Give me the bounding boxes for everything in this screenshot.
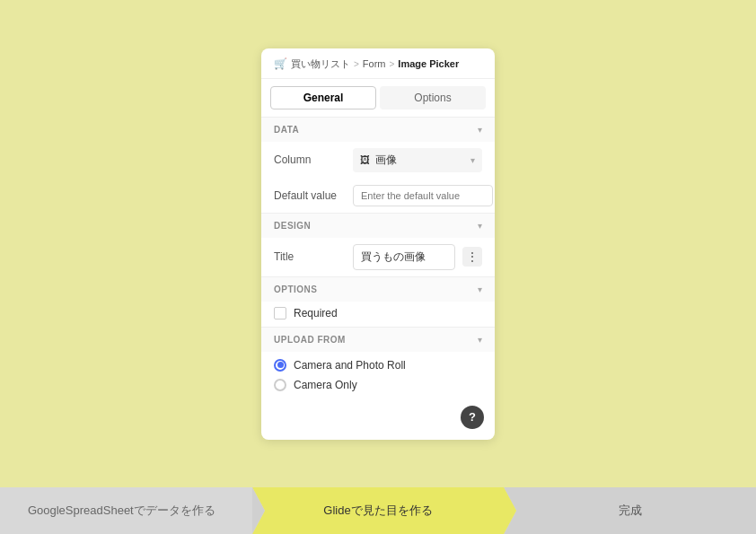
cart-icon: 🛒	[274, 57, 287, 70]
main-content: 🛒 買い物リスト > Form > Image Picker General O…	[0, 0, 756, 487]
required-field-row: Required	[261, 302, 495, 327]
breadcrumb: 🛒 買い物リスト > Form > Image Picker	[261, 48, 495, 79]
options-chevron-icon: ▾	[478, 285, 482, 294]
image-icon: 🖼	[360, 154, 370, 165]
column-dropdown-arrow: ▾	[470, 155, 475, 165]
column-value-text: 画像	[375, 153, 397, 168]
design-chevron-icon: ▾	[478, 221, 482, 231]
default-value-label: Default value	[274, 189, 346, 202]
radio-camera-and-photo-roll[interactable]: Camera and Photo Roll	[274, 355, 482, 375]
bottom-bar: GoogleSpreadSheetでデータを作る Glideで見た目を作る 完成	[0, 487, 756, 534]
upload-from-section: UPLOAD FROM ▾ Camera and Photo Roll Came…	[261, 327, 495, 404]
radio-option1-label: Camera and Photo Roll	[294, 359, 406, 372]
help-button[interactable]: ?	[461, 406, 484, 429]
data-chevron-icon: ▾	[478, 125, 482, 135]
breadcrumb-sep1: >	[354, 59, 359, 69]
panel-spacer	[261, 404, 495, 440]
options-section-title: OPTIONS	[274, 285, 318, 294]
step2-text: Glideで見た目を作る	[305, 503, 450, 519]
radio-option2[interactable]	[274, 379, 286, 391]
upload-from-section-header[interactable]: UPLOAD FROM ▾	[261, 328, 495, 352]
design-section-title: DESIGN	[274, 221, 311, 231]
bottom-step-1: GoogleSpreadSheetでデータを作る	[0, 487, 252, 534]
breadcrumb-current: Image Picker	[398, 58, 459, 69]
bottom-step-3: 完成	[504, 487, 756, 534]
breadcrumb-step1: 買い物リスト	[291, 57, 350, 71]
step1-text: GoogleSpreadSheetでデータを作る	[19, 503, 233, 519]
upload-from-section-title: UPLOAD FROM	[274, 335, 346, 345]
default-value-input[interactable]	[353, 185, 493, 206]
upload-radio-group: Camera and Photo Roll Camera Only	[261, 352, 495, 404]
data-section: DATA ▾ Column 🖼 画像 ▾ Default value ⋮	[261, 117, 495, 213]
tab-bar: General Options	[261, 79, 495, 117]
radio-option2-label: Camera Only	[294, 379, 357, 391]
title-more-button[interactable]: ⋮	[462, 247, 482, 267]
radio-camera-only[interactable]: Camera Only	[274, 375, 482, 395]
radio-option1[interactable]	[274, 359, 286, 372]
column-value[interactable]: 🖼 画像 ▾	[353, 148, 482, 172]
tab-options[interactable]: Options	[380, 86, 486, 109]
title-field-row: Title 買うもの画像 ⋮	[261, 238, 495, 276]
title-label: Title	[274, 250, 346, 263]
design-section: DESIGN ▾ Title 買うもの画像 ⋮	[261, 213, 495, 276]
breadcrumb-step2: Form	[363, 58, 386, 69]
column-field-row: Column 🖼 画像 ▾	[261, 142, 495, 179]
data-section-header[interactable]: DATA ▾	[261, 118, 495, 142]
default-value-field-row: Default value ⋮	[261, 179, 495, 213]
breadcrumb-sep2: >	[390, 59, 395, 69]
step3-text: 完成	[601, 503, 660, 519]
title-value: 買うもの画像	[353, 244, 455, 270]
required-checkbox[interactable]	[274, 307, 286, 320]
options-section: OPTIONS ▾ Required	[261, 276, 495, 327]
required-label: Required	[294, 307, 338, 320]
upload-from-chevron-icon: ▾	[478, 335, 482, 345]
data-section-title: DATA	[274, 125, 299, 135]
design-section-header[interactable]: DESIGN ▾	[261, 214, 495, 238]
bottom-step-2: Glideで見た目を作る	[252, 487, 505, 534]
options-section-header[interactable]: OPTIONS ▾	[261, 277, 495, 302]
column-label: Column	[274, 153, 346, 166]
settings-panel: 🛒 買い物リスト > Form > Image Picker General O…	[261, 48, 495, 440]
tab-general[interactable]: General	[270, 86, 376, 109]
